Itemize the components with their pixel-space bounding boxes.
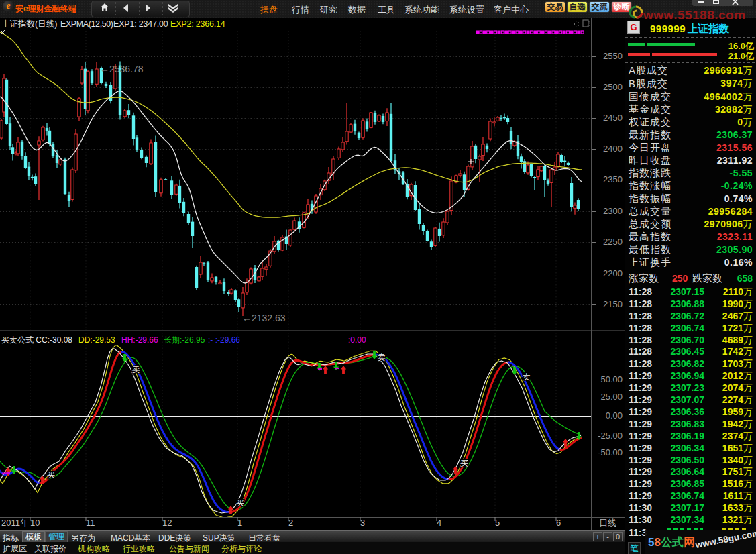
- svg-text:HH:-29.66: HH:-29.66: [121, 335, 158, 345]
- svg-text:长期:-26.95: 长期:-26.95: [164, 335, 205, 345]
- svg-text:←2536.78: ←2536.78: [100, 64, 144, 74]
- svg-text:卖: 卖: [132, 365, 140, 374]
- svg-text:25.00: 25.00: [600, 392, 623, 402]
- svg-text:2400: 2400: [603, 144, 623, 154]
- svg-text:买: 买: [47, 470, 55, 480]
- svg-text:2500: 2500: [603, 82, 623, 92]
- svg-text:2350: 2350: [603, 174, 623, 184]
- svg-text:EXP2: 2366.14: EXP2: 2366.14: [170, 19, 225, 29]
- svg-text:日线: 日线: [599, 518, 616, 528]
- svg-text:2200: 2200: [603, 268, 623, 278]
- svg-text:11: 11: [86, 518, 95, 528]
- svg-text:2550: 2550: [603, 51, 623, 61]
- svg-text:-25.00: -25.00: [598, 431, 623, 441]
- svg-text:3: 3: [360, 518, 365, 528]
- svg-text:50.00: 50.00: [600, 374, 623, 384]
- svg-text:买: 买: [236, 498, 244, 508]
- svg-text:卖: 卖: [378, 353, 386, 362]
- svg-text:DD:-29.53: DD:-29.53: [78, 335, 115, 345]
- svg-text:10: 10: [30, 518, 40, 528]
- svg-text:卖: 卖: [523, 372, 531, 382]
- svg-text:买卖公式 CC:-30.08: 买卖公式 CC:-30.08: [1, 335, 72, 345]
- svg-text:上证指数(日线): 上证指数(日线): [1, 19, 57, 29]
- svg-text:2450: 2450: [603, 113, 623, 123]
- svg-text::- :-29.66: :- :-29.66: [208, 335, 240, 345]
- svg-text:←2132.63: ←2132.63: [242, 313, 286, 323]
- svg-text:4: 4: [437, 518, 441, 528]
- svg-text:EXP1: 2347.00: EXP1: 2347.00: [113, 19, 168, 29]
- svg-text:12: 12: [162, 518, 172, 528]
- svg-text:0.00: 0.00: [606, 410, 623, 421]
- svg-text:2250: 2250: [603, 237, 623, 247]
- svg-text:5: 5: [495, 518, 500, 528]
- svg-text::0.00: :0.00: [348, 335, 366, 345]
- svg-text:2: 2: [288, 518, 293, 528]
- svg-text:2150: 2150: [603, 299, 623, 309]
- svg-text:2300: 2300: [603, 206, 623, 216]
- svg-text:6: 6: [556, 518, 561, 528]
- svg-text:2011年: 2011年: [1, 518, 29, 528]
- svg-text:-50.00: -50.00: [598, 447, 623, 457]
- svg-text:EXPMA(12,50): EXPMA(12,50): [60, 19, 113, 29]
- svg-text:1: 1: [237, 518, 242, 528]
- svg-text:买: 买: [460, 459, 468, 468]
